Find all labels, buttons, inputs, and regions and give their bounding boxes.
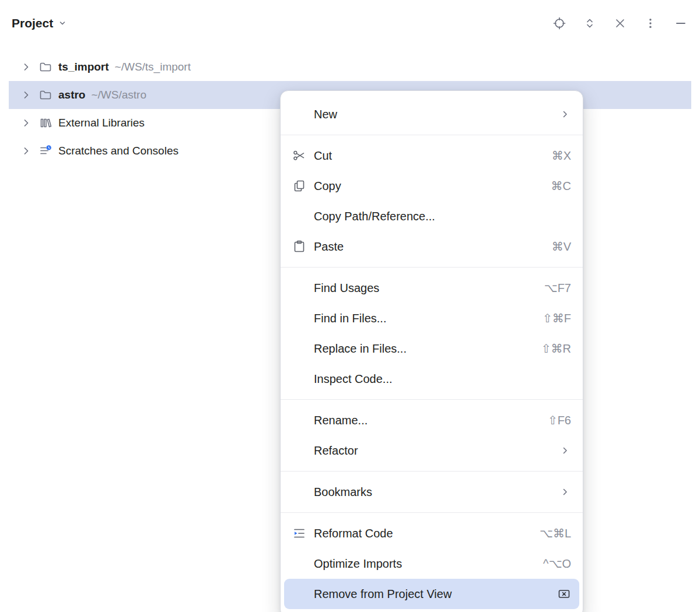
menu-item-label: Bookmarks [314, 486, 372, 499]
menu-item-right: ⇧⌘F [542, 311, 571, 325]
tool-window-title: Project [12, 16, 53, 30]
menu-icon-spacer [292, 557, 306, 571]
expand-collapse-icon[interactable] [583, 17, 596, 30]
menu-item-find-usages[interactable]: Find Usages⌥F7 [284, 273, 579, 303]
menu-item-label: Rename... [314, 414, 368, 427]
menu-item-label: Copy Path/Reference... [314, 210, 435, 223]
menu-item-bookmarks[interactable]: Bookmarks [284, 477, 579, 507]
submenu-chevron-icon [559, 445, 571, 456]
menu-item-right [557, 587, 571, 601]
tree-item-name: External Libraries [58, 117, 145, 129]
menu-item-right: ⇧F6 [548, 413, 571, 427]
menu-item-label: Remove from Project View [314, 588, 452, 601]
menu-item-shortcut: ⇧⌘F [542, 311, 571, 325]
menu-icon-spacer [292, 444, 306, 458]
folder-icon [38, 60, 52, 74]
menu-item-label: Find Usages [314, 282, 379, 295]
menu-item-inspect-code[interactable]: Inspect Code... [284, 364, 579, 394]
collapse-all-icon[interactable] [614, 17, 626, 30]
menu-item-copy-path-reference[interactable]: Copy Path/Reference... [284, 201, 579, 231]
locate-opened-file-icon[interactable] [553, 17, 566, 30]
menu-separator [281, 135, 583, 135]
menu-item-rename[interactable]: Rename...⇧F6 [284, 405, 579, 435]
menu-item-right: ⇧⌘R [541, 342, 571, 356]
menu-item-right: ⌘C [551, 179, 571, 193]
project-view-selector[interactable]: Project [12, 16, 67, 30]
menu-item-replace-in-files[interactable]: Replace in Files...⇧⌘R [284, 333, 579, 364]
tree-item-name: ts_import [58, 61, 109, 73]
menu-item-shortcut: ⌘C [551, 179, 571, 193]
menu-item-reformat-code[interactable]: Reformat Code⌥⌘L [284, 518, 579, 548]
menu-item-label: New [314, 108, 337, 121]
folder-icon [38, 88, 52, 102]
menu-item-right [559, 445, 571, 456]
menu-item-label: Find in Files... [314, 312, 386, 325]
submenu-chevron-icon [559, 108, 571, 120]
hide-tool-window-icon[interactable] [674, 17, 687, 30]
project-tool-window: { "header": { "title": "Project", "toolb… [0, 0, 700, 612]
scratches-icon [38, 144, 52, 158]
menu-icon-spacer [292, 311, 306, 325]
menu-separator [281, 399, 583, 400]
menu-icon-spacer [292, 342, 306, 356]
menu-icon-spacer [292, 209, 306, 223]
menu-item-label: Replace in Files... [314, 342, 407, 356]
menu-item-cut[interactable]: Cut⌘X [284, 140, 579, 171]
menu-item-find-in-files[interactable]: Find in Files...⇧⌘F [284, 303, 579, 333]
menu-item-shortcut: ⇧⌘R [541, 342, 571, 356]
menu-item-remove-from-project-view[interactable]: Remove from Project View [284, 579, 579, 609]
menu-item-right: ^⌥O [543, 557, 571, 571]
menu-item-label: Optimize Imports [314, 557, 402, 571]
more-options-icon[interactable] [644, 17, 657, 30]
reformat-icon [292, 526, 306, 540]
tree-item-name: Scratches and Consoles [58, 145, 178, 157]
menu-item-right: ⌘V [552, 240, 571, 254]
chevron-right-icon[interactable] [20, 117, 32, 129]
menu-item-right [559, 108, 571, 120]
remove-from-view-icon [557, 587, 571, 601]
menu-icon-spacer [292, 281, 306, 295]
menu-icon-spacer [292, 587, 306, 601]
menu-item-shortcut: ⇧F6 [548, 413, 571, 427]
chevron-down-icon [58, 19, 67, 28]
menu-item-shortcut: ⌘X [552, 149, 571, 163]
tool-window-header: Project [0, 0, 700, 47]
menu-icon-spacer [292, 413, 306, 427]
menu-icon-spacer [292, 107, 306, 121]
chevron-right-icon[interactable] [20, 145, 32, 157]
menu-item-right: ⌘X [552, 149, 571, 163]
menu-item-shortcut: ⌥F7 [544, 281, 571, 295]
context-menu: NewCut⌘XCopy⌘CCopy Path/Reference...Past… [280, 90, 583, 612]
menu-item-paste[interactable]: Paste⌘V [284, 231, 579, 262]
copy-icon [292, 179, 306, 193]
menu-item-new[interactable]: New [284, 99, 579, 129]
menu-item-right: ⌥F7 [544, 281, 571, 295]
menu-item-shortcut: ⌥⌘L [540, 526, 571, 540]
tree-row-ts-import[interactable]: ts_import~/WS/ts_import [9, 53, 691, 81]
menu-item-label: Inspect Code... [314, 372, 393, 386]
menu-item-shortcut: ⌘V [552, 240, 571, 254]
menu-separator [281, 512, 583, 513]
menu-item-label: Cut [314, 149, 332, 163]
cut-icon [292, 149, 306, 163]
menu-item-label: Reformat Code [314, 527, 393, 540]
tree-item-path: ~/WS/ts_import [115, 61, 191, 73]
chevron-right-icon[interactable] [20, 61, 32, 73]
library-icon [38, 116, 52, 130]
menu-separator [281, 471, 583, 472]
menu-item-optimize-imports[interactable]: Optimize Imports^⌥O [284, 548, 579, 579]
menu-item-label: Refactor [314, 444, 358, 458]
tree-item-path: ~/WS/astro [91, 89, 146, 101]
menu-item-label: Copy [314, 180, 341, 193]
chevron-right-icon[interactable] [20, 89, 32, 101]
menu-separator [281, 267, 583, 268]
menu-item-label: Paste [314, 240, 344, 254]
menu-item-shortcut: ^⌥O [543, 557, 571, 571]
submenu-chevron-icon [559, 486, 571, 498]
tool-window-toolbar [553, 17, 687, 30]
menu-item-copy[interactable]: Copy⌘C [284, 171, 579, 201]
menu-icon-spacer [292, 485, 306, 499]
menu-item-right: ⌥⌘L [540, 526, 571, 540]
menu-item-refactor[interactable]: Refactor [284, 435, 579, 466]
tree-item-name: astro [58, 89, 85, 101]
